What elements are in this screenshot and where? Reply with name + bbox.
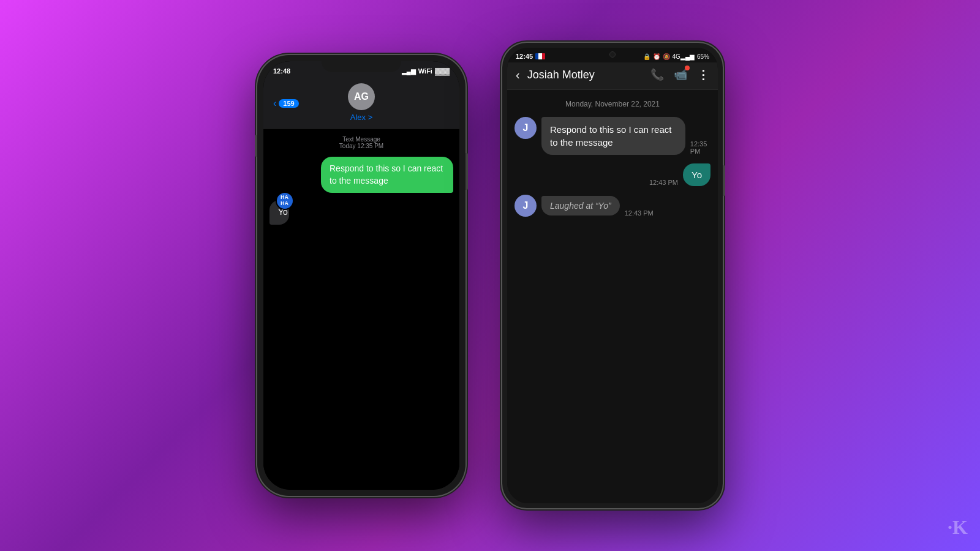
signal-icon: ▂▄▆ bbox=[402, 68, 416, 75]
message-time-2: 12:43 PM bbox=[649, 179, 678, 186]
flag-icon bbox=[535, 53, 545, 59]
alarm-icon: ⏰ bbox=[653, 53, 660, 60]
received-message-row-3: J Laughed at “Yo” 12:43 PM bbox=[514, 195, 710, 217]
sent-message-row-2: 12:43 PM Yo bbox=[514, 163, 710, 186]
phone-call-button[interactable]: 📞 bbox=[650, 68, 664, 81]
android-screen: 12:45 🔒 ⏰ 🔕 4G▂▄▆ 65% ‹ Josiah Motley 📞 … bbox=[507, 48, 718, 503]
android-back-button[interactable]: ‹ bbox=[516, 68, 520, 82]
android-chat-body: Monday, November 22, 2021 J Respond to t… bbox=[507, 90, 718, 503]
message-meta: Text Message Today 12:35 PM bbox=[270, 136, 453, 149]
android-chat-header: ‹ Josiah Motley 📞 📹 ⋮ bbox=[507, 62, 718, 90]
message-time-3: 12:43 PM bbox=[625, 209, 654, 217]
site-watermark: ·K bbox=[948, 516, 968, 539]
lock-icon: 🔒 bbox=[643, 53, 650, 60]
message-time-1: 12:35 PM bbox=[690, 140, 710, 155]
wifi-icon: WiFi bbox=[418, 67, 432, 75]
received-message-bubble[interactable]: Yo HAHA bbox=[270, 200, 289, 225]
iphone-screen: 12:48 ▂▄▆ WiFi ▓▓▓ ‹ 159 AG Alex > Text … bbox=[263, 61, 459, 490]
android-device: 12:45 🔒 ⏰ 🔕 4G▂▄▆ 65% ‹ Josiah Motley 📞 … bbox=[502, 43, 723, 508]
android-header-actions: 📞 📹 ⋮ bbox=[650, 67, 709, 82]
android-battery: 65% bbox=[697, 53, 709, 60]
sender-avatar-3: J bbox=[514, 195, 537, 217]
contact-name[interactable]: Alex > bbox=[350, 113, 373, 122]
message-bubble-1[interactable]: Respond to this so I can react to the me… bbox=[541, 117, 685, 155]
signal-icon: 4G▂▄▆ bbox=[673, 53, 695, 60]
imessage-body: Text Message Today 12:35 PM Respond to t… bbox=[263, 129, 459, 490]
android-contact-name[interactable]: Josiah Motley bbox=[527, 69, 643, 81]
iphone-notch bbox=[322, 55, 401, 72]
back-chevron-icon: ‹ bbox=[273, 98, 276, 109]
sender-avatar-1: J bbox=[514, 117, 537, 139]
received-message-row-1: J Respond to this so I can react to the … bbox=[514, 117, 710, 155]
message-badge: 159 bbox=[279, 99, 298, 108]
contact-avatar[interactable]: AG bbox=[348, 83, 375, 110]
iphone-time: 12:48 bbox=[273, 67, 290, 75]
sent-bubble-2[interactable]: Yo bbox=[683, 163, 710, 186]
android-time: 12:45 bbox=[516, 53, 533, 60]
received-message-container: Yo HAHA bbox=[270, 200, 296, 225]
mute-icon: 🔕 bbox=[663, 53, 670, 60]
sent-message-bubble[interactable]: Respond to this so I can react to the me… bbox=[321, 157, 453, 193]
laughed-bubble-3[interactable]: Laughed at “Yo” bbox=[541, 196, 620, 216]
iphone-device: 12:48 ▂▄▆ WiFi ▓▓▓ ‹ 159 AG Alex > Text … bbox=[257, 55, 466, 496]
android-camera bbox=[609, 51, 616, 58]
date-divider: Monday, November 22, 2021 bbox=[514, 100, 710, 108]
reaction-badge: HAHA bbox=[276, 192, 294, 210]
video-call-button[interactable]: 📹 bbox=[674, 68, 687, 81]
back-button[interactable]: ‹ 159 bbox=[273, 98, 299, 109]
notification-dot bbox=[685, 66, 690, 70]
battery-icon: ▓▓▓ bbox=[435, 67, 450, 75]
more-options-button[interactable]: ⋮ bbox=[697, 67, 709, 82]
message-wrap-1: Respond to this so I can react to the me… bbox=[541, 117, 685, 155]
